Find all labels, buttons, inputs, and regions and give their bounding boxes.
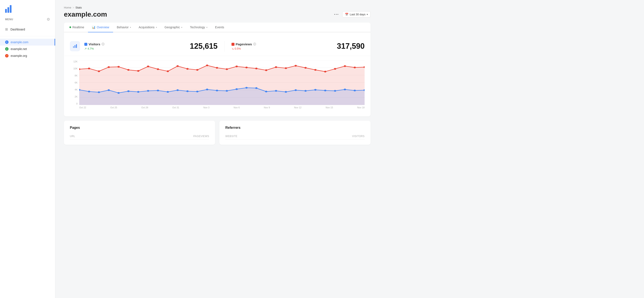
- pageviews-dot: [245, 67, 248, 68]
- svg-rect-1: [74, 45, 76, 48]
- breadcrumb-home[interactable]: Home: [64, 6, 71, 9]
- acquisitions-chevron: ▾: [156, 26, 157, 28]
- pageviews-dot: [186, 68, 189, 70]
- visitors-dot: [344, 88, 346, 90]
- x-label-oct25: Oct 25: [110, 106, 117, 111]
- main-content: Home > Stats example.com ··· 📅 Last 30 d…: [55, 0, 644, 298]
- sidebar: MENU ⚙ ⊞ Dashboard ✦ example.com ◎ examp…: [0, 0, 55, 298]
- pageviews-dot: [226, 68, 228, 70]
- pageviews-down-arrow: ↘: [232, 47, 234, 50]
- pageviews-dot: [334, 68, 336, 70]
- tab-geographic[interactable]: Geographic ▾: [161, 22, 186, 32]
- settings-icon[interactable]: ⚙: [47, 17, 50, 22]
- visitors-value: 125,615: [190, 42, 218, 51]
- sidebar-item-example-org[interactable]: ⚡ example.org: [0, 52, 55, 59]
- visitors-dot: [137, 91, 140, 93]
- pageviews-column-header: Pageviews: [193, 135, 209, 138]
- pages-title: Pages: [70, 126, 209, 130]
- pageviews-dot: [236, 65, 238, 67]
- pageviews-value: 317,590: [337, 42, 364, 51]
- metric-group: Visitors ⓘ ↗ 4.7% 125,615 Pageview: [84, 41, 364, 51]
- website-column-header: Website: [225, 135, 238, 138]
- stats-header: Visitors ⓘ ↗ 4.7% 125,615 Pageview: [64, 37, 370, 56]
- site-dot-example-net: ◎: [5, 47, 8, 51]
- visitors-dot: [216, 90, 218, 91]
- pageviews-dot: [98, 70, 100, 72]
- tabs-bar: Realtime 📊 Overview Behavior ▾ Acquisiti…: [64, 22, 370, 32]
- dashboard-icon: ⊞: [5, 27, 8, 31]
- visitors-info-icon[interactable]: ⓘ: [102, 42, 104, 46]
- tab-events-label: Events: [215, 25, 224, 29]
- y-label-4k: 4K: [75, 88, 78, 91]
- pages-card: Pages URL Pageviews: [64, 121, 215, 145]
- pageviews-dot: [285, 67, 287, 69]
- tab-events[interactable]: Events: [211, 22, 228, 32]
- overview-chart-icon: 📊: [92, 25, 96, 29]
- dashboard-label: Dashboard: [10, 28, 25, 31]
- pageviews-metric: Pageviews ⓘ ↘ 0.5%: [232, 42, 330, 50]
- visitors-dot: [354, 90, 356, 91]
- page-title: example.com: [64, 10, 107, 18]
- chart-body: [79, 60, 364, 105]
- visitors-dot: [147, 90, 149, 92]
- x-label-nov3: Nov 3: [204, 106, 210, 111]
- logo-icon: [5, 5, 12, 13]
- geographic-chevron: ▾: [181, 26, 182, 28]
- calendar-icon: 📅: [345, 13, 348, 16]
- x-label-nov15: Nov 15: [326, 106, 333, 111]
- chart-area: 12K 10K 8K 6K 4K 2K 0: [64, 56, 370, 116]
- tab-overview[interactable]: 📊 Overview: [88, 22, 113, 32]
- visitors-dot: [176, 89, 179, 91]
- date-range-label: Last 30 days: [350, 13, 366, 16]
- visitors-dot: [294, 89, 297, 91]
- stats-icon-box: [70, 41, 80, 51]
- pages-table-header: URL Pageviews: [70, 133, 209, 140]
- chart-bar-icon: [72, 44, 78, 49]
- pageviews-dot: [137, 70, 140, 72]
- visitors-dot: [314, 89, 317, 91]
- pageviews-dot: [324, 71, 326, 72]
- stats-card: Realtime 📊 Overview Behavior ▾ Acquisiti…: [64, 22, 370, 116]
- date-range-button[interactable]: 📅 Last 30 days ▾: [342, 11, 370, 17]
- tab-realtime[interactable]: Realtime: [66, 22, 88, 32]
- tab-overview-label: Overview: [97, 25, 109, 29]
- visitors-dot: [324, 90, 326, 91]
- y-label-8k: 8K: [75, 74, 78, 77]
- pageviews-dot: [108, 66, 110, 68]
- pageviews-label-row: Pageviews ⓘ: [232, 42, 330, 46]
- visitors-change: ↗ 4.7%: [84, 47, 183, 50]
- pageviews-dot: [216, 67, 218, 69]
- tab-technology[interactable]: Technology ▾: [186, 22, 211, 32]
- pageviews-dot: [344, 65, 346, 67]
- visitors-dot: [245, 87, 248, 88]
- x-label-oct28: Oct 28: [141, 106, 148, 111]
- y-axis: 12K 10K 8K 6K 4K 2K 0: [70, 60, 78, 105]
- y-label-2k: 2K: [75, 95, 78, 98]
- visitors-dot: [334, 90, 336, 92]
- pageviews-dot: [167, 70, 169, 72]
- x-label-nov12: Nov 12: [294, 106, 302, 111]
- pageviews-dot: [117, 66, 120, 68]
- pageviews-dot: [196, 69, 198, 71]
- tab-realtime-label: Realtime: [72, 25, 84, 29]
- site-label-example-com: example.com: [11, 40, 28, 44]
- pageviews-legend-dot: [232, 43, 234, 46]
- sidebar-item-example-com[interactable]: ✦ example.com: [0, 39, 55, 45]
- visitors-dot: [88, 91, 90, 92]
- pageviews-dot: [206, 64, 208, 66]
- pageviews-info-icon[interactable]: ⓘ: [253, 42, 256, 46]
- visitors-dot: [265, 91, 268, 92]
- visitors-dot: [127, 90, 130, 92]
- tab-technology-label: Technology: [190, 25, 205, 29]
- referrers-title: Referrers: [225, 126, 364, 130]
- pageviews-dot: [127, 69, 130, 71]
- sidebar-item-dashboard[interactable]: ⊞ Dashboard: [0, 25, 55, 33]
- svg-rect-2: [76, 44, 77, 48]
- tab-acquisitions[interactable]: Acquisitions ▾: [135, 22, 161, 32]
- title-actions: ··· 📅 Last 30 days ▾: [334, 11, 370, 17]
- more-button[interactable]: ···: [334, 12, 339, 17]
- tab-behavior-label: Behavior: [117, 25, 129, 29]
- pageviews-change: ↘ 0.5%: [232, 47, 330, 50]
- tab-behavior[interactable]: Behavior ▾: [113, 22, 135, 32]
- sidebar-item-example-net[interactable]: ◎ example.net: [0, 45, 55, 52]
